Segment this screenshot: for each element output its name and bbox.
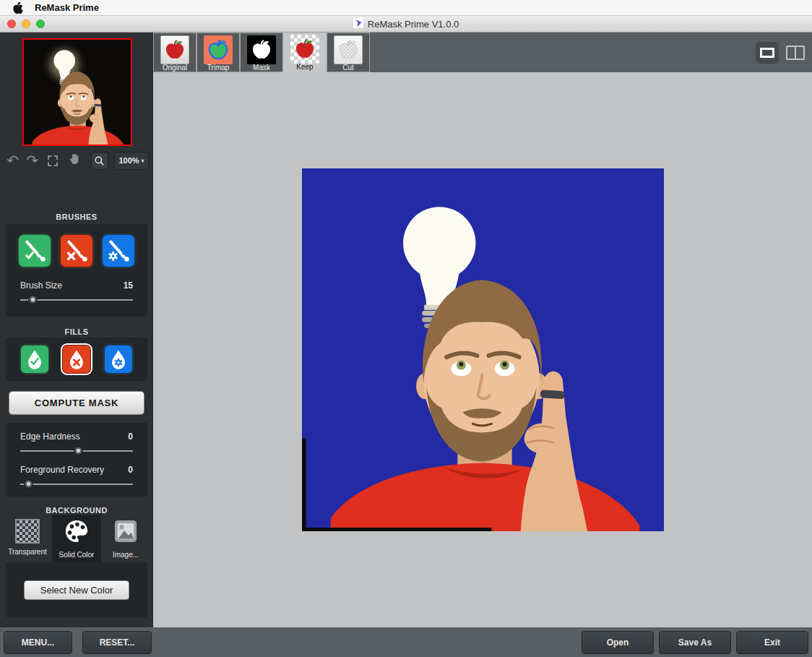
- tab-original-label: Original: [163, 64, 187, 72]
- brush-size-slider[interactable]: [20, 295, 133, 305]
- app-logo-icon: [353, 18, 363, 30]
- fills-section-title: FILLS: [0, 327, 153, 336]
- keep-fill-button[interactable]: [20, 345, 49, 374]
- image-label: Image...: [113, 551, 139, 559]
- view-tabstrip: Original Trimap Mask: [153, 33, 812, 72]
- apple-menu-icon[interactable]: [13, 2, 23, 14]
- original-apple-icon: [160, 35, 189, 64]
- tab-original[interactable]: Original: [153, 33, 196, 72]
- menu-app-name[interactable]: ReMask Prime: [35, 2, 99, 13]
- brushes-panel: Brush Size 15: [6, 224, 147, 317]
- edge-hardness-slider-thumb[interactable]: [74, 446, 83, 455]
- thumbnail-photo: [24, 40, 131, 145]
- single-view-icon: [760, 48, 774, 58]
- brush-size-slider-thumb[interactable]: [28, 295, 38, 304]
- tab-mask-label: Mask: [253, 64, 270, 72]
- save-as-button[interactable]: Save As: [659, 631, 731, 654]
- palette-icon: [64, 519, 90, 546]
- minimize-window-button[interactable]: [22, 20, 30, 28]
- zoom-level-value: 100%: [118, 156, 139, 165]
- transparent-label: Transparent: [8, 548, 47, 556]
- window-title: ReMask Prime V1.0.0: [353, 18, 459, 30]
- brush-size-value: 15: [124, 280, 133, 291]
- footer-bar: MENU... RESET... Open Save As Exit: [0, 627, 812, 657]
- brushes-section-title: BRUSHES: [0, 212, 153, 221]
- foreground-recovery-label: Foreground Recovery: [20, 465, 104, 475]
- tab-trimap[interactable]: Trimap: [196, 33, 240, 72]
- tab-mask[interactable]: Mask: [240, 33, 283, 72]
- edge-hardness-value: 0: [128, 431, 133, 442]
- window-title-text: ReMask Prime V1.0.0: [368, 19, 459, 30]
- single-view-button[interactable]: [756, 42, 779, 64]
- cut-fill-button[interactable]: [62, 345, 91, 374]
- view-mode-buttons: [756, 33, 805, 72]
- trimap-apple-icon: [204, 35, 233, 64]
- background-section-title: BACKGROUND: [0, 506, 153, 515]
- edge-hardness-slider[interactable]: [20, 446, 133, 456]
- background-options: Transparent Solid Color Image...: [3, 515, 150, 564]
- main-area: Original Trimap Mask: [153, 33, 812, 627]
- compute-fill-button[interactable]: [104, 345, 133, 374]
- chevron-down-icon: ▾: [142, 158, 144, 164]
- tab-trimap-label: Trimap: [207, 64, 230, 72]
- fills-panel: [6, 338, 147, 381]
- transparent-icon: [15, 519, 40, 544]
- window-title-bar[interactable]: ReMask Prime V1.0.0: [0, 16, 812, 33]
- compute-mask-button[interactable]: COMPUTE MASK: [9, 391, 144, 415]
- open-button[interactable]: Open: [582, 631, 654, 654]
- background-transparent-option[interactable]: Transparent: [3, 515, 52, 564]
- zoom-level-dropdown[interactable]: 100% ▾: [114, 152, 149, 170]
- zoom-window-button[interactable]: [36, 20, 45, 28]
- foreground-recovery-slider[interactable]: [20, 479, 133, 489]
- background-image-option[interactable]: Image...: [101, 515, 150, 564]
- menu-bar: ReMask Prime: [0, 0, 812, 16]
- hand-tool-icon[interactable]: [68, 153, 81, 168]
- split-view-button[interactable]: [786, 46, 805, 60]
- close-window-button[interactable]: [7, 20, 16, 28]
- sidebar: ↶ ↷ 100% ▾ BRUSHES: [0, 33, 153, 627]
- traffic-lights: [7, 20, 45, 28]
- mask-apple-icon: [247, 35, 276, 64]
- edited-photo[interactable]: [302, 168, 664, 531]
- keep-apple-icon: [290, 35, 319, 64]
- undo-icon[interactable]: ↶: [4, 153, 21, 168]
- keep-brush-button[interactable]: [18, 234, 51, 267]
- preview-thumbnail[interactable]: [22, 38, 132, 146]
- zoom-tool-button[interactable]: [91, 152, 108, 170]
- parameters-panel: Edge Hardness 0 Foreground Recovery 0: [6, 423, 147, 497]
- tools-row: ↶ ↷ 100% ▾: [0, 150, 153, 171]
- select-new-color-button[interactable]: Select New Color: [24, 580, 129, 600]
- compute-brush-button[interactable]: [102, 234, 135, 267]
- edge-hardness-label: Edge Hardness: [20, 431, 80, 442]
- tab-keep[interactable]: Keep: [283, 33, 327, 72]
- exit-button[interactable]: Exit: [736, 631, 808, 654]
- foreground-recovery-slider-thumb[interactable]: [24, 479, 33, 489]
- tab-cut[interactable]: Cut: [327, 33, 370, 72]
- reset-button[interactable]: RESET...: [82, 631, 152, 654]
- tab-cut-label: Cut: [342, 64, 354, 72]
- background-solid-color-option[interactable]: Solid Color: [52, 515, 101, 564]
- solid-color-label: Solid Color: [59, 551, 95, 559]
- image-icon: [113, 519, 138, 546]
- cut-brush-button[interactable]: [60, 234, 93, 267]
- redo-icon[interactable]: ↷: [24, 153, 40, 168]
- app-window: ReMask Prime ReMask Prime V1.0.0: [0, 0, 812, 657]
- foreground-recovery-value: 0: [128, 465, 133, 475]
- tab-keep-label: Keep: [296, 63, 313, 71]
- marquee-select-icon[interactable]: [48, 155, 58, 166]
- cut-apple-icon: [334, 35, 363, 64]
- menu-button[interactable]: MENU...: [4, 631, 72, 654]
- canvas[interactable]: [153, 72, 812, 627]
- solid-color-panel: Select New Color: [6, 562, 147, 617]
- brush-size-label: Brush Size: [20, 280, 62, 291]
